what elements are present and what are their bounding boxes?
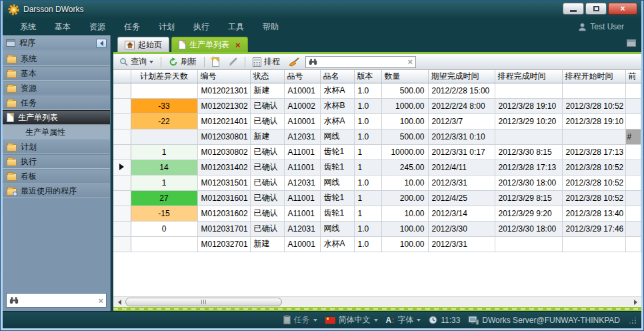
row-selector[interactable]: [113, 129, 131, 144]
sidebar-item-plan[interactable]: 计划: [3, 139, 110, 154]
sidebar-item-system[interactable]: 系统: [3, 51, 110, 66]
row-selector[interactable]: [113, 98, 131, 113]
cell-due-time[interactable]: 2012/4/11: [428, 159, 495, 175]
cell-extra[interactable]: [625, 190, 641, 206]
scroll-right-button[interactable]: [631, 298, 640, 307]
cell-qty[interactable]: 10.00: [381, 206, 428, 221]
cell-status[interactable]: 新建: [250, 83, 284, 98]
cell-extra[interactable]: [625, 221, 641, 236]
cell-extra[interactable]: [625, 236, 641, 252]
cell-sched-start-time[interactable]: 2012/3/29 17:46: [562, 221, 625, 236]
minimize-button[interactable]: [563, 3, 584, 15]
table-row[interactable]: M012032701新建A10001水杯A1.0100.002012/3/31: [113, 236, 641, 252]
cell-sched-start-time[interactable]: [562, 129, 625, 144]
cell-due-time[interactable]: 2012/4/25: [428, 190, 495, 206]
cell-item-no[interactable]: A11001: [284, 190, 320, 206]
cell-plan-diff-days[interactable]: [131, 129, 197, 144]
cell-order-no[interactable]: M012031701: [197, 221, 250, 236]
cell-status[interactable]: 已确认: [250, 159, 284, 175]
cell-item-no[interactable]: A12031: [284, 175, 320, 190]
cell-qty[interactable]: 245.00: [381, 159, 428, 175]
scroll-left-button[interactable]: [115, 298, 124, 307]
cell-sched-start-time[interactable]: 2012/3/28 10:52: [562, 190, 625, 206]
cell-version[interactable]: 1.0: [354, 113, 381, 129]
cell-sched-start-time[interactable]: 2012/3/28 13:40: [562, 206, 625, 221]
cell-item-name[interactable]: 齿轮1: [320, 144, 354, 159]
col-clipped[interactable]: 前: [625, 70, 641, 83]
cell-item-name[interactable]: 网线: [320, 175, 354, 190]
cell-item-no[interactable]: A11001: [284, 159, 320, 175]
cell-item-no[interactable]: A11001: [284, 144, 320, 159]
cell-order-no[interactable]: M012031602: [197, 206, 250, 221]
sidebar-item-recent-programs[interactable]: 最近使用的程序: [3, 184, 110, 198]
row-selector[interactable]: [113, 83, 131, 98]
corner-header[interactable]: [113, 70, 131, 83]
col-sched-end-time[interactable]: 排程完成时间: [495, 70, 562, 83]
sidebar-item-basic[interactable]: 基本: [3, 66, 110, 81]
cell-sched-start-time[interactable]: 2012/3/28 10:52: [562, 98, 625, 113]
sidebar-item-production-order-props[interactable]: 生产单属性: [3, 125, 110, 139]
cell-qty[interactable]: 500.00: [381, 83, 428, 98]
cell-extra[interactable]: [625, 83, 641, 98]
cell-due-time[interactable]: 2012/2/24 8:00: [428, 98, 495, 113]
font-dropdown[interactable]: A: 字体: [386, 314, 421, 326]
col-sched-start-time[interactable]: 排程开始时间: [562, 70, 625, 83]
cell-extra[interactable]: #: [625, 129, 641, 144]
table-row[interactable]: -33M012021302已确认A10002水杯B1.01000.002012/…: [113, 98, 641, 113]
table-row[interactable]: -15M012031602已确认A11001齿轮1110.002012/3/14…: [113, 206, 641, 221]
cell-sched-end-time[interactable]: 2012/3/28 19:10: [495, 98, 562, 113]
windows-list-icon[interactable]: [627, 39, 636, 47]
row-selector[interactable]: [113, 221, 131, 236]
cell-version[interactable]: 1.0: [354, 98, 381, 113]
cell-sched-end-time[interactable]: 2012/3/30 8:15: [495, 144, 562, 159]
col-status[interactable]: 状态: [250, 70, 284, 83]
toolbar-search-clear-icon[interactable]: ×: [407, 57, 413, 66]
cell-qty[interactable]: 1000.00: [381, 98, 428, 113]
cell-plan-diff-days[interactable]: 1: [131, 144, 197, 159]
menu-item-help[interactable]: 帮助: [253, 18, 288, 35]
row-selector[interactable]: [113, 236, 131, 252]
cell-version[interactable]: 1: [354, 144, 381, 159]
cell-item-name[interactable]: 水杯A: [320, 236, 354, 252]
cell-extra[interactable]: [625, 144, 641, 159]
col-version[interactable]: 版本: [354, 70, 381, 83]
sidebar-search-clear-icon[interactable]: ×: [98, 296, 103, 305]
cell-item-name[interactable]: 齿轮1: [320, 190, 354, 206]
horizontal-scrollbar[interactable]: [113, 296, 641, 307]
menu-item-tools[interactable]: 工具: [219, 18, 253, 35]
cell-status[interactable]: 已确认: [250, 144, 284, 159]
menu-item-basic[interactable]: 基本: [45, 18, 80, 35]
tab-close-icon[interactable]: ×: [235, 41, 241, 49]
tab-production-order-list[interactable]: 生产单列表 ×: [171, 37, 248, 52]
language-dropdown[interactable]: 简体中文: [325, 314, 378, 326]
cell-qty[interactable]: 10000.00: [381, 144, 428, 159]
current-user[interactable]: Test User: [578, 22, 633, 31]
col-item-name[interactable]: 品名: [320, 70, 354, 83]
cell-order-no[interactable]: M012032701: [197, 236, 250, 252]
col-item-no[interactable]: 品号: [284, 70, 320, 83]
cell-version[interactable]: 1.0: [354, 175, 381, 190]
menu-item-execute[interactable]: 执行: [184, 18, 219, 35]
cell-item-name[interactable]: 网线: [320, 221, 354, 236]
scrollbar-track[interactable]: [124, 298, 631, 307]
cell-plan-diff-days[interactable]: 0: [131, 221, 197, 236]
cell-extra[interactable]: [625, 98, 641, 113]
sidebar-collapse-button[interactable]: [96, 39, 107, 48]
sidebar-item-task[interactable]: 任务: [3, 95, 110, 110]
cell-plan-diff-days[interactable]: 1: [131, 175, 197, 190]
cell-status[interactable]: 已确认: [250, 113, 284, 129]
cell-order-no[interactable]: M012021301: [197, 83, 250, 98]
schedule-button[interactable]: 排程: [250, 55, 283, 68]
sidebar-item-production-order-list[interactable]: 生产单列表: [3, 110, 110, 125]
toolbar-search-input[interactable]: [320, 57, 405, 67]
sidebar-item-execute[interactable]: 执行: [3, 154, 110, 169]
cell-item-no[interactable]: A12031: [284, 221, 320, 236]
cell-item-no[interactable]: A10001: [284, 83, 320, 98]
cell-plan-diff-days[interactable]: [131, 236, 197, 252]
cell-sched-end-time[interactable]: 2012/3/29 10:20: [495, 113, 562, 129]
sidebar-item-resource[interactable]: 资源: [3, 81, 110, 95]
cell-item-no[interactable]: A10001: [284, 113, 320, 129]
cell-sched-end-time[interactable]: [495, 236, 562, 252]
titlebar[interactable]: Darsson DWorks ×: [3, 1, 641, 18]
cell-order-no[interactable]: M012031402: [197, 159, 250, 175]
